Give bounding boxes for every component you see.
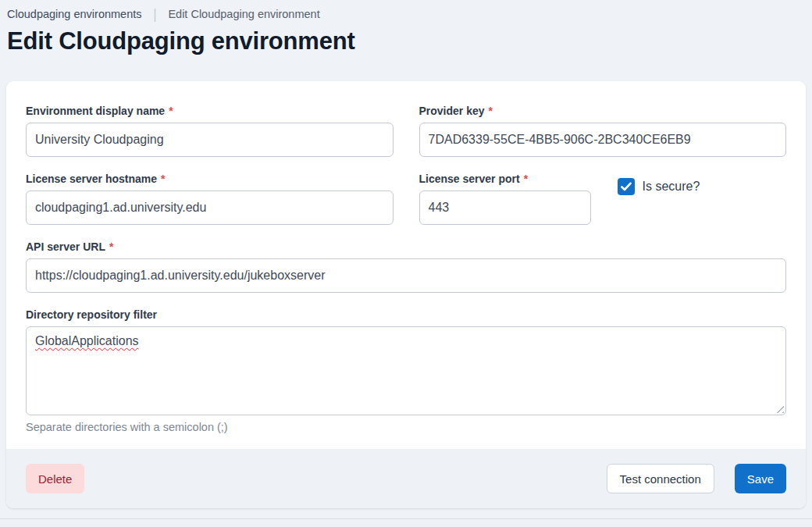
display-name-group: Environment display name* (26, 105, 394, 157)
directory-filter-textarea[interactable]: GlobalApplications (26, 326, 786, 415)
provider-key-group: Provider key* (419, 105, 787, 157)
provider-key-label-text: Provider key (419, 105, 485, 117)
api-url-label: API server URL* (26, 240, 786, 253)
breadcrumb: Cloudpaging environments | Edit Cloudpag… (0, 0, 812, 20)
port-label-text: License server port (419, 173, 520, 185)
required-asterisk: * (489, 105, 493, 117)
save-button[interactable]: Save (735, 464, 786, 493)
is-secure-label[interactable]: Is secure? (643, 180, 700, 194)
test-connection-button[interactable]: Test connection (607, 464, 714, 493)
display-name-label-text: Environment display name (26, 105, 165, 117)
provider-key-label: Provider key* (419, 105, 787, 117)
form-body: Environment display name* Provider key* … (6, 81, 806, 449)
port-group: License server port* (419, 173, 591, 225)
is-secure-checkbox[interactable] (618, 178, 635, 195)
port-label: License server port* (419, 173, 591, 185)
is-secure-group: Is secure? (618, 178, 700, 195)
required-asterisk: * (109, 240, 113, 253)
hostname-label: License server hostname* (26, 173, 394, 185)
directory-filter-value: GlobalApplications (35, 334, 139, 347)
required-asterisk: * (169, 105, 173, 117)
page-bottom-divider (0, 518, 812, 527)
form-row-4: Directory repository filter GlobalApplic… (26, 308, 786, 433)
breadcrumb-item-edit: Edit Cloudpaging environment (168, 8, 319, 20)
port-and-secure-group: License server port* Is secure? (419, 173, 787, 225)
form-footer: Delete Test connection Save (6, 449, 806, 508)
footer-right-actions: Test connection Save (607, 464, 786, 493)
breadcrumb-separator: | (154, 5, 157, 22)
form-row-2: License server hostname* License server … (26, 173, 786, 225)
hostname-label-text: License server hostname (26, 173, 157, 185)
display-name-label: Environment display name* (26, 105, 394, 117)
port-input[interactable] (419, 191, 591, 225)
directory-filter-label-text: Directory repository filter (26, 308, 157, 321)
directory-filter-label: Directory repository filter (26, 308, 786, 321)
required-asterisk: * (524, 173, 528, 185)
directory-filter-help: Separate directories with a semicolon (;… (26, 421, 786, 433)
hostname-input[interactable] (26, 191, 394, 225)
resize-handle[interactable] (775, 404, 784, 413)
breadcrumb-item-environments[interactable]: Cloudpaging environments (7, 8, 142, 20)
page-title: Edit Cloudpaging environment (7, 27, 812, 55)
provider-key-input[interactable] (419, 123, 787, 157)
form-row-3: API server URL* (26, 240, 786, 293)
hostname-group: License server hostname* (26, 173, 394, 225)
api-url-label-text: API server URL (26, 240, 105, 253)
edit-environment-card: Environment display name* Provider key* … (6, 81, 806, 508)
delete-button[interactable]: Delete (26, 464, 84, 493)
form-row-1: Environment display name* Provider key* (26, 105, 786, 157)
display-name-input[interactable] (26, 123, 394, 157)
required-asterisk: * (161, 173, 165, 185)
checkmark-icon (621, 182, 632, 191)
api-url-input[interactable] (26, 258, 786, 293)
